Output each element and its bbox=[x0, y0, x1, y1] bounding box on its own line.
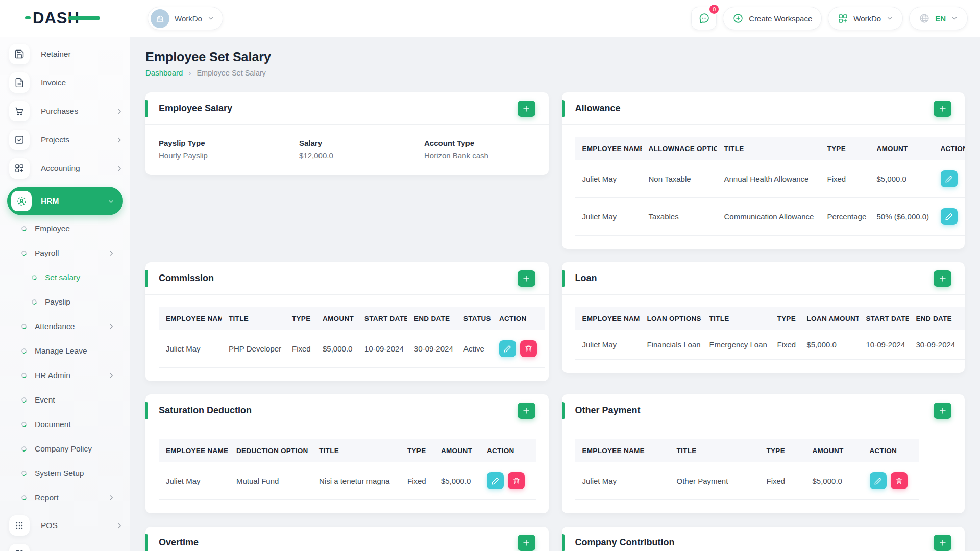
sidebar-item-projects[interactable]: Projects bbox=[9, 130, 123, 150]
sidebar-item-payroll[interactable]: Payroll bbox=[21, 246, 115, 260]
delete-button[interactable] bbox=[891, 472, 908, 489]
app-logo[interactable]: DASH bbox=[33, 9, 80, 28]
app-switcher-label: WorkDo bbox=[853, 14, 881, 23]
sidebar-item-accounting[interactable]: Accounting bbox=[9, 158, 123, 179]
edit-icon bbox=[491, 477, 500, 485]
column-header: TITLE bbox=[222, 307, 285, 330]
card-title: Allowance bbox=[575, 103, 621, 114]
card-header: Allowance bbox=[562, 92, 965, 125]
field-label: Account Type bbox=[424, 139, 488, 147]
sidebar-item-report[interactable]: Report bbox=[21, 491, 115, 505]
edit-button[interactable] bbox=[487, 472, 504, 489]
table-cell: Emergency Loan bbox=[702, 330, 770, 360]
data-table: EMPLOYEE NAMETITLETYPEAMOUNTSTART DATEEN… bbox=[159, 307, 545, 368]
delete-button[interactable] bbox=[508, 472, 525, 489]
table-cell: Nisi a tenetur magna bbox=[312, 462, 400, 500]
column-header: TYPE bbox=[400, 439, 434, 462]
edit-button[interactable] bbox=[499, 340, 516, 357]
sidebar-item-set-salary[interactable]: Set salary bbox=[32, 270, 115, 285]
field-payslip-type: Payslip Type Hourly Payslip bbox=[159, 139, 299, 160]
column-header: TYPE bbox=[820, 137, 870, 160]
data-table: EMPLOYEE NAMETITLETYPEAMOUNTACTIONJuliet… bbox=[575, 439, 919, 500]
breadcrumb-separator-icon: › bbox=[188, 68, 191, 77]
sidebar-item-label: Report bbox=[35, 493, 59, 503]
app-switcher-button[interactable]: WorkDo bbox=[828, 7, 903, 30]
column-header: EMPLOYEE NAME bbox=[159, 439, 229, 462]
sidebar-item-crm[interactable]: CRM bbox=[9, 544, 123, 551]
globe-icon bbox=[919, 13, 930, 24]
chevron-down-icon bbox=[951, 15, 958, 22]
sidebar-item-retainer[interactable]: Retainer bbox=[9, 44, 123, 64]
chevron-right-icon bbox=[115, 522, 123, 530]
create-workspace-button[interactable]: Create Workspace bbox=[723, 7, 822, 30]
sidebar-item-event[interactable]: Event bbox=[21, 393, 115, 407]
sidebar-item-payslip[interactable]: Payslip bbox=[32, 295, 115, 309]
add-overtime-button[interactable] bbox=[518, 535, 535, 551]
sidebar-item-invoice[interactable]: Invoice bbox=[9, 72, 123, 93]
grid-plus-icon bbox=[9, 158, 30, 179]
edit-button[interactable] bbox=[870, 472, 887, 489]
main-content: Employee Set Salary Dashboard › Employee… bbox=[130, 37, 980, 551]
sidebar-item-hrm[interactable]: HRM bbox=[7, 187, 123, 215]
table-cell: Juliet May bbox=[159, 330, 222, 368]
other-payment-table: EMPLOYEE NAMETITLETYPEAMOUNTACTIONJuliet… bbox=[575, 439, 965, 500]
loan-table: EMPLOYEE NAMELOAN OPTIONSTITLETYPELOAN A… bbox=[575, 307, 965, 360]
table-row: Juliet MayPHP DeveloperFixed$5,000.010-0… bbox=[159, 330, 545, 368]
field-label: Payslip Type bbox=[159, 139, 299, 147]
sidebar-item-system-setup[interactable]: System Setup bbox=[21, 466, 115, 481]
column-header: TYPE bbox=[770, 307, 800, 330]
card-title: Loan bbox=[575, 273, 597, 284]
bullet-icon bbox=[20, 249, 27, 256]
breadcrumb-dashboard-link[interactable]: Dashboard bbox=[145, 68, 183, 77]
add-saturation-deduction-button[interactable] bbox=[518, 403, 535, 419]
sidebar-item-label: Accounting bbox=[41, 164, 80, 173]
table-cell: Percentage bbox=[820, 198, 870, 236]
column-header: TITLE bbox=[670, 439, 760, 462]
messages-button[interactable]: 0 bbox=[691, 7, 717, 30]
sidebar-item-manage-leave[interactable]: Manage Leave bbox=[21, 344, 115, 358]
delete-button[interactable] bbox=[520, 340, 537, 357]
chevron-right-icon bbox=[108, 494, 115, 502]
column-header: STATUS bbox=[456, 307, 492, 330]
sidebar-item-pos[interactable]: POS bbox=[9, 515, 123, 536]
sidebar-item-employee[interactable]: Employee bbox=[21, 221, 115, 236]
card-title: Employee Salary bbox=[159, 103, 232, 114]
sidebar-item-purchases[interactable]: Purchases bbox=[9, 101, 123, 121]
add-company-contribution-button[interactable] bbox=[934, 535, 951, 551]
crm-icon bbox=[9, 544, 30, 551]
sidebar-item-company-policy[interactable]: Company Policy bbox=[21, 442, 115, 456]
card-title: Saturation Deduction bbox=[159, 405, 252, 416]
table-row: Juliet MayTaxablesCommunication Allowanc… bbox=[575, 198, 965, 236]
language-button[interactable]: EN bbox=[909, 7, 968, 30]
sidebar-item-label: Set salary bbox=[45, 273, 80, 282]
page-title: Employee Set Salary bbox=[145, 48, 965, 65]
sidebar-item-hr-admin[interactable]: HR Admin bbox=[21, 368, 115, 383]
card-accent-bar bbox=[145, 402, 148, 419]
sidebar-item-label: Manage Leave bbox=[35, 346, 87, 356]
edit-button[interactable] bbox=[941, 208, 958, 225]
edit-button[interactable] bbox=[941, 170, 958, 187]
add-other-payment-button[interactable] bbox=[934, 403, 951, 419]
plus-icon bbox=[939, 105, 947, 113]
add-employee-salary-button[interactable] bbox=[518, 101, 535, 117]
bullet-icon bbox=[20, 372, 27, 379]
column-header: EMPLOYEE NAME bbox=[575, 137, 642, 160]
table-cell: Fixed bbox=[820, 160, 870, 198]
card-overtime: Overtime bbox=[145, 527, 549, 551]
create-workspace-label: Create Workspace bbox=[749, 14, 812, 23]
table-cell: Fixed bbox=[770, 330, 800, 360]
breadcrumb: Dashboard › Employee Set Salary bbox=[145, 68, 965, 77]
topbar: DASH WorkDo 0 Create bbox=[0, 0, 980, 37]
add-loan-button[interactable] bbox=[934, 270, 951, 287]
field-label: Salary bbox=[299, 139, 424, 147]
logo-accent-left-icon bbox=[25, 16, 31, 19]
sidebar-item-attendance[interactable]: Attendance bbox=[21, 319, 115, 334]
add-commission-button[interactable] bbox=[518, 270, 535, 287]
retainer-icon bbox=[9, 44, 30, 64]
sidebar-item-document[interactable]: Document bbox=[21, 417, 115, 432]
sidebar-item-label: Purchases bbox=[41, 107, 78, 116]
data-table: EMPLOYEE NAMEDEDUCTION OPTIONTITLETYPEAM… bbox=[159, 439, 536, 500]
workspace-selector[interactable]: WorkDo bbox=[148, 7, 223, 30]
column-header: LOAN OPTIONS bbox=[640, 307, 702, 330]
add-allowance-button[interactable] bbox=[934, 101, 951, 117]
